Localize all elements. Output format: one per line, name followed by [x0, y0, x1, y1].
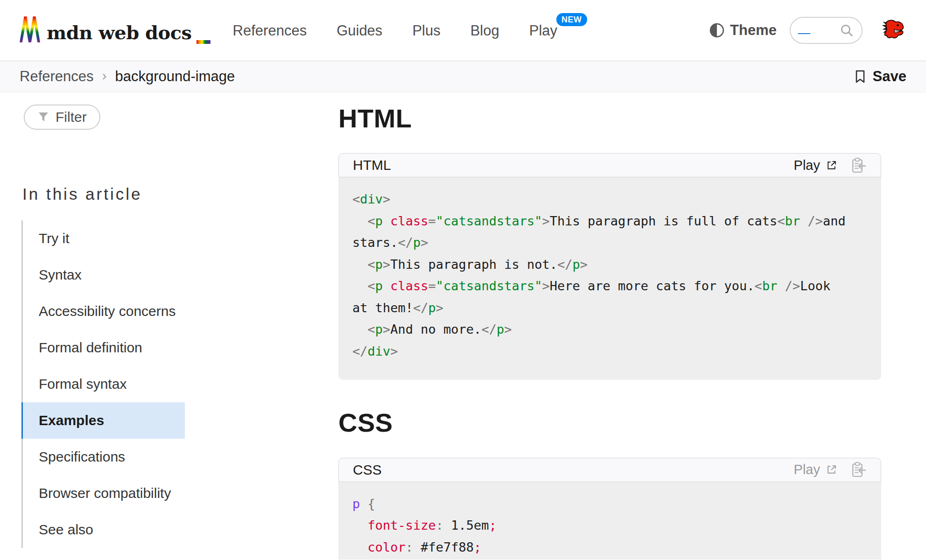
toc-list: Try it Syntax Accessibility concerns For…: [21, 220, 185, 548]
code-example-css: CSS Play: [338, 458, 881, 560]
copy-icon: [849, 461, 867, 478]
heading-html: HTML: [338, 104, 881, 133]
play-label: Play: [794, 158, 820, 173]
toc-item-syntax[interactable]: Syntax: [23, 257, 185, 293]
search-icon[interactable]: [839, 23, 854, 38]
nav-references-label: References: [233, 22, 307, 39]
play-button[interactable]: Play: [794, 158, 837, 173]
sidebar: Filter In this article Try it Syntax Acc…: [0, 92, 224, 560]
nav-plus-label: Plus: [412, 22, 440, 39]
toc-item-browser-compatibility[interactable]: Browser compatibility: [23, 475, 185, 511]
dino-avatar-icon: [881, 18, 906, 43]
play-label: Play: [794, 462, 820, 477]
code-header-html: HTML Play: [338, 153, 881, 177]
chevron-right-icon: ›: [94, 68, 115, 84]
copy-icon: [849, 157, 867, 174]
filter-icon: [37, 111, 49, 123]
theme-icon: [709, 22, 725, 39]
nav-blog-label: Blog: [470, 22, 499, 39]
filter-label: Filter: [56, 109, 87, 125]
filter-button[interactable]: Filter: [24, 105, 100, 130]
breadcrumb-current: background-image: [115, 68, 235, 85]
toc-item-formal-definition[interactable]: Formal definition: [23, 329, 185, 366]
bookmark-icon: [853, 69, 867, 84]
toc-item-formal-syntax[interactable]: Formal syntax: [23, 366, 185, 402]
main-nav: References Guides Plus Blog Play NEW: [233, 23, 557, 38]
content-area: Filter In this article Try it Syntax Acc…: [0, 92, 926, 560]
nav-plus[interactable]: Plus: [412, 23, 440, 38]
external-link-icon: [826, 160, 837, 171]
external-link-icon: [826, 464, 837, 476]
copy-button[interactable]: [849, 157, 867, 174]
section-css: CSS CSS Play: [338, 408, 881, 560]
mdn-wordmark: mdn web docs: [47, 23, 192, 45]
nav-play-label: Play: [529, 22, 557, 39]
mdn-logo[interactable]: mdn web docs: [20, 16, 210, 45]
toc-item-accessibility-concerns[interactable]: Accessibility concerns: [23, 293, 185, 329]
code-language-label: HTML: [353, 157, 391, 173]
nav-guides-label: Guides: [337, 22, 382, 39]
toc-item-try-it[interactable]: Try it: [23, 220, 185, 257]
save-label: Save: [873, 68, 906, 85]
code-example-html: HTML Play: [338, 153, 881, 380]
section-html: HTML HTML Play: [338, 104, 881, 380]
toc-item-see-also[interactable]: See also: [23, 511, 185, 548]
nav-blog[interactable]: Blog: [470, 23, 499, 38]
mdn-logo-underscore: [196, 40, 210, 44]
article-content: HTML HTML Play: [338, 92, 881, 560]
nav-play[interactable]: Play NEW: [529, 23, 557, 38]
search-input[interactable]: _: [790, 17, 863, 44]
user-avatar[interactable]: [881, 18, 906, 43]
code-header-css: CSS Play: [338, 458, 881, 482]
mdn-m-icon: [20, 16, 40, 43]
theme-label: Theme: [730, 22, 777, 39]
code-content-html[interactable]: <div> <p class="catsandstars">This parag…: [338, 177, 881, 380]
save-button[interactable]: Save: [853, 68, 906, 85]
theme-button[interactable]: Theme: [709, 22, 777, 39]
code-language-label: CSS: [353, 462, 382, 478]
code-actions: Play: [794, 157, 867, 174]
nav-references[interactable]: References: [233, 23, 307, 38]
header-actions: Theme _: [709, 17, 906, 44]
heading-css: CSS: [338, 408, 881, 438]
play-button[interactable]: Play: [794, 462, 837, 477]
nav-guides[interactable]: Guides: [337, 23, 382, 38]
site-header: mdn web docs References Guides Plus Blog…: [0, 0, 926, 61]
toc-title: In this article: [22, 185, 224, 203]
toc-item-specifications[interactable]: Specifications: [23, 439, 185, 475]
toc-item-examples[interactable]: Examples: [21, 402, 185, 439]
copy-button[interactable]: [849, 461, 867, 478]
code-actions: Play: [794, 461, 867, 478]
breadcrumb-references[interactable]: References: [20, 68, 94, 85]
breadcrumb: References › background-image: [20, 68, 235, 85]
code-content-css[interactable]: p { font-size: 1.5em; color: #fe7f88;: [338, 482, 881, 560]
new-badge: NEW: [556, 13, 587, 26]
article-actions-bar: References › background-image Save: [0, 61, 926, 92]
